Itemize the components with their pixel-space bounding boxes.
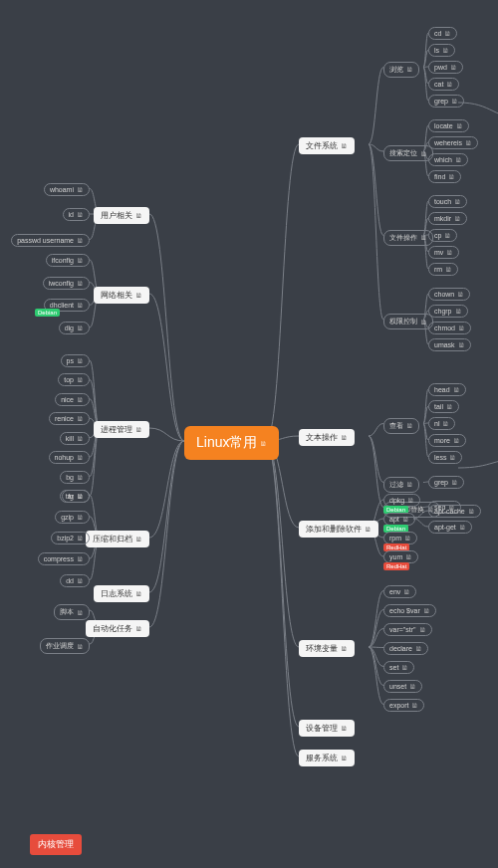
leaf-tar-label: tar	[66, 493, 74, 500]
leaf-touch[interactable]: touch🗎	[428, 195, 467, 208]
leaf-export[interactable]: export🗎	[383, 699, 424, 712]
branch-进程管理[interactable]: 进程管理🗎	[94, 421, 149, 438]
note-icon: 🗎	[420, 234, 427, 241]
leaf-passwd username-label: passwd username	[17, 237, 74, 244]
leaf-iwconfig-label: iwconfig	[49, 280, 74, 287]
group-浏览[interactable]: 浏览🗎	[383, 62, 419, 78]
leaf-which[interactable]: which🗎	[428, 153, 468, 166]
group-过滤[interactable]: 过滤🗎	[383, 477, 419, 493]
leaf-set[interactable]: set🗎	[383, 661, 414, 674]
branch-设备管理[interactable]: 设备管理🗎	[299, 720, 355, 737]
leaf-top[interactable]: top🗎	[58, 373, 90, 386]
leaf-renice[interactable]: renice🗎	[49, 412, 90, 425]
leaf-rm[interactable]: rm🗎	[428, 263, 458, 276]
leaf-find[interactable]: find🗎	[428, 170, 461, 183]
leaf-wehereis-label: wehereis	[434, 139, 462, 146]
leaf-脚本[interactable]: 脚本🗎	[54, 604, 90, 620]
note-icon: 🗎	[341, 645, 348, 652]
leaf-declare[interactable]: declare🗎	[383, 642, 428, 655]
root-node[interactable]: Linux常用🗎	[184, 426, 279, 460]
leaf-cat[interactable]: cat🗎	[428, 78, 459, 91]
leaf-whoami[interactable]: whoami🗎	[44, 183, 90, 196]
leaf-apt-get[interactable]: apt-get🗎	[428, 521, 472, 534]
branch-文本操作[interactable]: 文本操作🗎	[299, 429, 355, 446]
note-icon: 🗎	[444, 232, 451, 239]
floating-tag-kernel[interactable]: 内核管理	[30, 834, 82, 855]
leaf-ifconfig[interactable]: ifconfig🗎	[46, 254, 90, 267]
leaf-chmod[interactable]: chmod🗎	[428, 322, 471, 334]
note-icon: 🗎	[77, 186, 84, 193]
group-查看[interactable]: 查看🗎	[383, 418, 419, 434]
leaf-head[interactable]: head🗎	[428, 383, 466, 396]
leaf-kill[interactable]: kill🗎	[60, 432, 90, 445]
leaf-ps[interactable]: ps🗎	[61, 354, 90, 367]
leaf-grep[interactable]: grep🗎	[428, 476, 464, 489]
leaf-apt-cache[interactable]: apt-cache🗎	[428, 505, 481, 518]
leaf-chgrp[interactable]: chgrp🗎	[428, 305, 468, 318]
leaf-compress[interactable]: compress🗎	[38, 552, 90, 565]
leaf-id[interactable]: id🗎	[63, 208, 90, 221]
branch-环境变量[interactable]: 环境变量🗎	[299, 640, 355, 657]
leaf-less[interactable]: less🗎	[428, 451, 462, 464]
group-搜索定位[interactable]: 搜索定位🗎	[383, 145, 433, 161]
floating-tag-label: 内核管理	[38, 839, 74, 849]
leaf-passwd username[interactable]: passwd username🗎	[11, 234, 90, 247]
branch-添加和删除软件[interactable]: 添加和删除软件🗎	[299, 521, 378, 538]
note-icon: 🗎	[450, 64, 457, 71]
leaf-grep[interactable]: grep🗎	[428, 95, 464, 108]
leaf-locate[interactable]: locate🗎	[428, 119, 469, 132]
leaf-chgrp-label: chgrp	[434, 308, 452, 315]
leaf-cd[interactable]: cd🗎	[428, 27, 457, 40]
leaf-nl[interactable]: nl🗎	[428, 417, 455, 430]
leaf-echo $var[interactable]: echo $var🗎	[383, 604, 436, 617]
leaf-unset[interactable]: unset🗎	[383, 680, 422, 693]
leaf-dig-label: dig	[65, 325, 74, 331]
note-icon: 🗎	[453, 437, 460, 444]
leaf-tar[interactable]: tar🗎	[60, 490, 90, 503]
root-node-label: Linux常用	[196, 434, 257, 452]
leaf-chown-label: chown	[434, 291, 454, 298]
branch-日志系统[interactable]: 日志系统🗎	[94, 585, 149, 602]
leaf-env-label: env	[389, 588, 400, 595]
leaf-tail[interactable]: tail🗎	[428, 400, 459, 413]
note-icon: 🗎	[135, 212, 142, 219]
leaf-mv[interactable]: mv🗎	[428, 246, 459, 259]
group-文件操作[interactable]: 文件操作🗎	[383, 230, 433, 246]
leaf-more[interactable]: more🗎	[428, 434, 466, 447]
note-icon: 🗎	[454, 198, 461, 205]
group-权限控制[interactable]: 权限控制🗎	[383, 314, 433, 329]
leaf-var="str"[interactable]: var="str"🗎	[383, 623, 432, 636]
note-icon: 🗎	[77, 237, 84, 244]
leaf-nohup[interactable]: nohup🗎	[49, 451, 90, 464]
note-icon: 🗎	[77, 211, 84, 218]
leaf-dig[interactable]: dig🗎	[59, 322, 90, 334]
leaf-cp[interactable]: cp🗎	[428, 229, 457, 242]
leaf-chown[interactable]: chown🗎	[428, 288, 470, 301]
branch-服务系统[interactable]: 服务系统🗎	[299, 750, 355, 766]
note-icon: 🗎	[411, 702, 418, 709]
leaf-iwconfig[interactable]: iwconfig🗎	[43, 277, 90, 290]
branch-文件系统[interactable]: 文件系统🗎	[299, 137, 355, 154]
leaf-wehereis[interactable]: wehereis🗎	[428, 136, 478, 149]
note-icon: 🗎	[415, 645, 422, 652]
leaf-dd[interactable]: dd🗎	[60, 574, 90, 587]
leaf-bg[interactable]: bg🗎	[60, 471, 90, 484]
branch-网络相关[interactable]: 网络相关🗎	[94, 287, 149, 304]
note-icon: 🗎	[455, 156, 462, 163]
leaf-bzip2[interactable]: bzip2🗎	[51, 532, 90, 544]
branch-自动化任务[interactable]: 自动化任务🗎	[86, 620, 149, 637]
leaf-head-label: head	[434, 386, 450, 393]
leaf-nice[interactable]: nice🗎	[55, 393, 90, 406]
leaf-作业调度[interactable]: 作业调度🗎	[40, 638, 90, 654]
branch-压缩和归档[interactable]: 压缩和归档🗎	[86, 531, 149, 547]
branch-服务系统-label: 服务系统	[306, 753, 338, 763]
note-icon: 🗎	[456, 122, 463, 129]
branch-用户相关[interactable]: 用户相关🗎	[94, 207, 149, 224]
leaf-pwd[interactable]: pwd🗎	[428, 61, 463, 74]
leaf-env[interactable]: env🗎	[383, 585, 416, 598]
leaf-more-label: more	[434, 437, 450, 444]
leaf-gzip[interactable]: gzip🗎	[55, 511, 90, 524]
leaf-mkdir[interactable]: mkdir🗎	[428, 212, 467, 225]
leaf-ls[interactable]: ls🗎	[428, 44, 455, 57]
leaf-umask[interactable]: umask🗎	[428, 338, 471, 351]
